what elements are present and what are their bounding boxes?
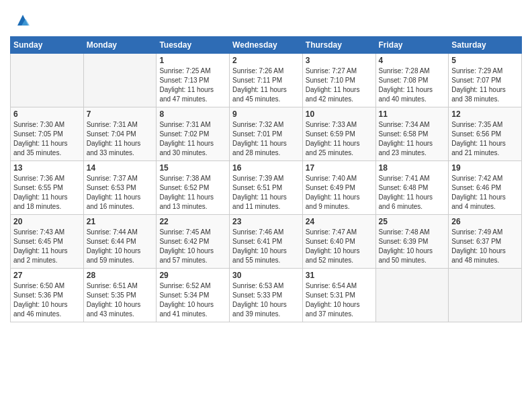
calendar-cell: 30Sunrise: 6:53 AM Sunset: 5:33 PM Dayli… [230,269,303,322]
calendar-cell: 2Sunrise: 7:26 AM Sunset: 7:11 PM Daylig… [230,54,303,107]
calendar-cell: 4Sunrise: 7:28 AM Sunset: 7:08 PM Daylig… [375,54,449,107]
week-row-5: 27Sunrise: 6:50 AM Sunset: 5:36 PM Dayli… [11,269,522,322]
day-number: 19 [451,163,519,173]
day-number: 9 [232,109,300,119]
calendar-cell: 27Sunrise: 6:50 AM Sunset: 5:36 PM Dayli… [11,269,84,322]
calendar-cell: 11Sunrise: 7:34 AM Sunset: 6:58 PM Dayli… [375,107,449,161]
day-number: 10 [306,109,373,119]
main-container: SundayMondayTuesdayWednesdayThursdayFrid… [0,0,532,329]
calendar-cell: 8Sunrise: 7:31 AM Sunset: 7:02 PM Daylig… [157,107,230,161]
cell-content: Sunrise: 6:51 AM Sunset: 5:35 PM Dayligh… [87,281,154,319]
cell-content: Sunrise: 7:31 AM Sunset: 7:02 PM Dayligh… [159,120,226,158]
cell-content: Sunrise: 6:50 AM Sunset: 5:36 PM Dayligh… [13,281,81,319]
calendar-cell [83,54,157,107]
day-number: 17 [306,163,373,173]
col-header-sunday: Sunday [11,37,84,54]
calendar-cell: 9Sunrise: 7:32 AM Sunset: 7:01 PM Daylig… [230,107,303,161]
calendar-cell: 3Sunrise: 7:27 AM Sunset: 7:10 PM Daylig… [302,54,375,107]
header [10,7,522,31]
cell-content: Sunrise: 7:41 AM Sunset: 6:48 PM Dayligh… [379,174,446,212]
calendar-cell: 31Sunrise: 6:54 AM Sunset: 5:31 PM Dayli… [302,269,375,322]
cell-content: Sunrise: 6:52 AM Sunset: 5:34 PM Dayligh… [159,281,226,319]
day-number: 23 [232,217,300,226]
cell-content: Sunrise: 7:40 AM Sunset: 6:49 PM Dayligh… [306,174,373,212]
calendar-cell: 15Sunrise: 7:38 AM Sunset: 6:52 PM Dayli… [157,161,230,215]
day-number: 8 [159,109,226,119]
day-number: 22 [159,217,226,226]
day-number: 30 [232,271,300,280]
calendar-cell: 21Sunrise: 7:44 AM Sunset: 6:44 PM Dayli… [83,215,157,269]
day-number: 3 [306,56,373,65]
cell-content: Sunrise: 7:47 AM Sunset: 6:40 PM Dayligh… [306,228,373,265]
day-number: 20 [13,217,81,226]
calendar-cell: 12Sunrise: 7:35 AM Sunset: 6:56 PM Dayli… [449,107,522,161]
cell-content: Sunrise: 7:36 AM Sunset: 6:55 PM Dayligh… [13,174,81,212]
calendar-cell: 25Sunrise: 7:48 AM Sunset: 6:39 PM Dayli… [375,215,449,269]
cell-content: Sunrise: 6:53 AM Sunset: 5:33 PM Dayligh… [232,281,300,319]
cell-content: Sunrise: 7:27 AM Sunset: 7:10 PM Dayligh… [306,66,373,104]
cell-content: Sunrise: 7:32 AM Sunset: 7:01 PM Dayligh… [232,120,300,158]
cell-content: Sunrise: 7:31 AM Sunset: 7:04 PM Dayligh… [87,120,154,158]
calendar-cell: 10Sunrise: 7:33 AM Sunset: 6:59 PM Dayli… [302,107,375,161]
calendar-cell: 1Sunrise: 7:25 AM Sunset: 7:13 PM Daylig… [157,54,230,107]
week-row-3: 13Sunrise: 7:36 AM Sunset: 6:55 PM Dayli… [11,161,522,215]
day-number: 27 [13,271,81,280]
cell-content: Sunrise: 7:44 AM Sunset: 6:44 PM Dayligh… [87,228,154,265]
calendar-cell [375,269,449,322]
day-number: 15 [159,163,226,173]
cell-content: Sunrise: 7:26 AM Sunset: 7:11 PM Dayligh… [232,66,300,104]
cell-content: Sunrise: 7:38 AM Sunset: 6:52 PM Dayligh… [159,174,226,212]
calendar-cell: 7Sunrise: 7:31 AM Sunset: 7:04 PM Daylig… [83,107,157,161]
day-number: 5 [451,56,519,65]
cell-content: Sunrise: 7:33 AM Sunset: 6:59 PM Dayligh… [306,120,373,158]
cell-content: Sunrise: 7:34 AM Sunset: 6:58 PM Dayligh… [379,120,446,158]
calendar-header-row: SundayMondayTuesdayWednesdayThursdayFrid… [11,37,522,54]
day-number: 14 [87,163,154,173]
cell-content: Sunrise: 7:29 AM Sunset: 7:07 PM Dayligh… [451,66,519,104]
day-number: 4 [379,56,446,65]
calendar-cell [449,269,522,322]
cell-content: Sunrise: 7:35 AM Sunset: 6:56 PM Dayligh… [451,120,519,158]
week-row-4: 20Sunrise: 7:43 AM Sunset: 6:45 PM Dayli… [11,215,522,269]
calendar-cell: 6Sunrise: 7:30 AM Sunset: 7:05 PM Daylig… [11,107,84,161]
cell-content: Sunrise: 7:39 AM Sunset: 6:51 PM Dayligh… [232,174,300,212]
day-number: 28 [87,271,154,280]
day-number: 7 [87,109,154,119]
logo [10,9,34,31]
col-header-tuesday: Tuesday [157,37,230,54]
calendar-cell: 18Sunrise: 7:41 AM Sunset: 6:48 PM Dayli… [375,161,449,215]
calendar-cell: 22Sunrise: 7:45 AM Sunset: 6:42 PM Dayli… [157,215,230,269]
cell-content: Sunrise: 7:46 AM Sunset: 6:41 PM Dayligh… [232,228,300,265]
day-number: 1 [159,56,226,65]
day-number: 25 [379,217,446,226]
day-number: 21 [87,217,154,226]
cell-content: Sunrise: 7:37 AM Sunset: 6:53 PM Dayligh… [87,174,154,212]
cell-content: Sunrise: 7:45 AM Sunset: 6:42 PM Dayligh… [159,228,226,265]
col-header-monday: Monday [83,37,157,54]
day-number: 18 [379,163,446,173]
day-number: 12 [451,109,519,119]
col-header-wednesday: Wednesday [230,37,303,54]
calendar-cell: 16Sunrise: 7:39 AM Sunset: 6:51 PM Dayli… [230,161,303,215]
col-header-friday: Friday [375,37,449,54]
calendar-cell: 5Sunrise: 7:29 AM Sunset: 7:07 PM Daylig… [449,54,522,107]
calendar-cell: 29Sunrise: 6:52 AM Sunset: 5:34 PM Dayli… [157,269,230,322]
day-number: 26 [451,217,519,226]
calendar-cell: 23Sunrise: 7:46 AM Sunset: 6:41 PM Dayli… [230,215,303,269]
day-number: 13 [13,163,81,173]
cell-content: Sunrise: 6:54 AM Sunset: 5:31 PM Dayligh… [306,281,373,319]
calendar-cell: 14Sunrise: 7:37 AM Sunset: 6:53 PM Dayli… [83,161,157,215]
cell-content: Sunrise: 7:49 AM Sunset: 6:37 PM Dayligh… [451,228,519,265]
day-number: 2 [232,56,300,65]
week-row-2: 6Sunrise: 7:30 AM Sunset: 7:05 PM Daylig… [11,107,522,161]
cell-content: Sunrise: 7:25 AM Sunset: 7:13 PM Dayligh… [159,66,226,104]
cell-content: Sunrise: 7:43 AM Sunset: 6:45 PM Dayligh… [13,228,81,265]
calendar-cell: 17Sunrise: 7:40 AM Sunset: 6:49 PM Dayli… [302,161,375,215]
calendar-cell: 26Sunrise: 7:49 AM Sunset: 6:37 PM Dayli… [449,215,522,269]
day-number: 29 [159,271,226,280]
calendar-table: SundayMondayTuesdayWednesdayThursdayFrid… [10,36,522,322]
col-header-thursday: Thursday [302,37,375,54]
logo-icon [12,9,34,31]
cell-content: Sunrise: 7:28 AM Sunset: 7:08 PM Dayligh… [379,66,446,104]
cell-content: Sunrise: 7:48 AM Sunset: 6:39 PM Dayligh… [379,228,446,265]
